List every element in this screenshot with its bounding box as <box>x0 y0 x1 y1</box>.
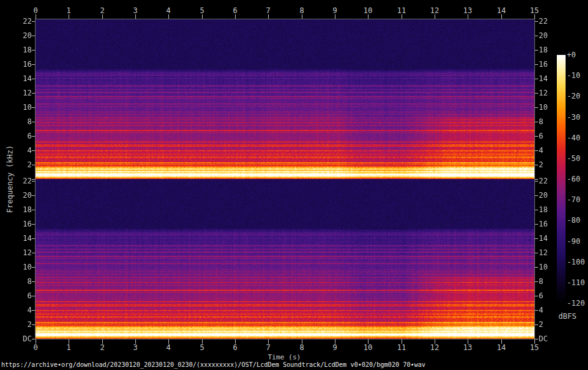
freq-tick-left <box>32 296 35 296</box>
freq-tick-left <box>32 210 35 210</box>
time-tick-label-bottom: 3 <box>128 344 143 351</box>
time-tick-top <box>435 14 435 19</box>
time-tick-label-top: 6 <box>228 7 243 14</box>
freq-tick-left <box>32 50 35 51</box>
colorbar-tick-label: -100 <box>567 258 588 266</box>
freq-tick-left <box>32 195 35 196</box>
time-tick-label-top: 1 <box>61 7 76 14</box>
time-tick-label-bottom: 10 <box>360 344 375 351</box>
freq-tick-label-left: 6 <box>13 292 32 299</box>
time-tick-label-top: 9 <box>327 7 342 14</box>
time-tick-label-bottom: 2 <box>95 344 110 351</box>
freq-tick-label-left: DC <box>13 335 32 343</box>
freq-tick-left <box>32 179 35 180</box>
plot-frame-bottom <box>35 339 535 339</box>
freq-tick-left <box>32 267 35 268</box>
colorbar-tick-label: +0 <box>567 51 588 59</box>
freq-tick-label-right: 20 <box>539 32 560 39</box>
freq-tick-right <box>535 93 538 94</box>
colorbar-tick-label: -90 <box>567 238 588 245</box>
colorbar-tick-label: -120 <box>567 299 588 307</box>
freq-tick-label-right: 12 <box>539 249 560 256</box>
freq-tick-label-right: 12 <box>539 89 560 97</box>
freq-tick-label-right: 22 <box>539 177 560 185</box>
freq-tick-left <box>32 150 35 151</box>
freq-tick-right <box>535 179 538 180</box>
time-tick-label-top: 15 <box>527 7 542 14</box>
freq-tick-left <box>32 136 35 137</box>
freq-tick-label-right: 2 <box>539 161 560 168</box>
freq-tick-label-right: 2 <box>539 321 560 328</box>
freq-tick-right <box>535 107 538 108</box>
freq-tick-label-right: 20 <box>539 192 560 199</box>
freq-tick-label-left: 8 <box>13 118 32 125</box>
freq-tick-left <box>32 238 35 239</box>
time-tick-top <box>368 14 369 19</box>
time-tick-top <box>168 14 169 19</box>
time-tick-label-top: 14 <box>494 7 509 14</box>
freq-tick-right <box>535 339 538 339</box>
freq-tick-label-left: 20 <box>13 192 32 199</box>
time-tick-top <box>335 14 335 19</box>
freq-tick-label-right: 10 <box>539 263 560 271</box>
time-tick-label-bottom: 6 <box>228 344 243 351</box>
freq-tick-right <box>535 136 538 137</box>
freq-tick-label-right: 6 <box>539 132 560 140</box>
colorbar-tick-label: -80 <box>567 217 588 224</box>
freq-tick-left <box>32 36 35 36</box>
time-tick-label-bottom: 8 <box>294 344 309 351</box>
freq-tick-label-left: 22 <box>13 177 32 185</box>
freq-tick-label-left: 12 <box>13 249 32 256</box>
freq-tick-right <box>535 238 538 239</box>
freq-tick-right <box>535 165 538 165</box>
freq-tick-label-left: 2 <box>13 321 32 328</box>
freq-tick-left <box>32 224 35 225</box>
freq-tick-label-right: 14 <box>539 75 560 82</box>
time-tick-top <box>402 14 402 19</box>
freq-tick-label-left: 14 <box>13 235 32 242</box>
freq-tick-left <box>32 310 35 311</box>
time-tick-top <box>202 14 203 19</box>
colorbar-tick-label: -40 <box>567 134 588 142</box>
time-tick-label-bottom: 7 <box>261 344 276 351</box>
freq-tick-left <box>32 165 35 165</box>
colorbar-tick-label: -50 <box>567 155 588 162</box>
source-url-text: https://archive•org/download/20230120_20… <box>1 361 425 369</box>
time-tick-label-top: 13 <box>460 7 475 14</box>
time-tick-label-bottom: 9 <box>327 344 342 351</box>
freq-tick-left <box>32 253 35 253</box>
freq-tick-right <box>535 253 538 253</box>
time-tick-label-bottom: 13 <box>460 344 475 351</box>
freq-tick-right <box>535 195 538 196</box>
freq-tick-label-right: 8 <box>539 278 560 285</box>
freq-tick-label-right: 8 <box>539 118 560 125</box>
freq-tick-label-left: 10 <box>13 104 32 111</box>
freq-tick-label-right: 22 <box>539 17 560 25</box>
time-tick-label-top: 10 <box>360 7 375 14</box>
freq-tick-label-left: 4 <box>13 147 32 154</box>
time-tick-top <box>135 14 136 19</box>
time-tick-label-top: 4 <box>161 7 176 14</box>
freq-tick-right <box>535 181 538 182</box>
freq-tick-left <box>32 281 35 282</box>
freq-tick-label-right: 16 <box>539 220 560 228</box>
time-tick-top <box>268 14 269 19</box>
freq-tick-left <box>32 21 35 22</box>
freq-tick-right <box>535 224 538 225</box>
time-tick-label-bottom: 0 <box>28 344 43 351</box>
colorbar-tick-label: -20 <box>567 92 588 100</box>
freq-tick-right <box>535 281 538 282</box>
freq-tick-label-right: 16 <box>539 61 560 68</box>
freq-tick-right <box>535 210 538 210</box>
freq-tick-left <box>32 93 35 94</box>
freq-tick-right <box>535 21 538 22</box>
freq-tick-label-right: 18 <box>539 46 560 54</box>
freq-tick-label-left: 22 <box>13 17 32 25</box>
freq-tick-right <box>535 36 538 36</box>
time-tick-label-top: 5 <box>195 7 210 14</box>
freq-tick-right <box>535 79 538 79</box>
freq-tick-label-left: 2 <box>13 161 32 168</box>
time-axis-label: Time (s) <box>258 354 311 361</box>
freq-tick-left <box>32 107 35 108</box>
spectrogram-channel-1 <box>36 19 534 179</box>
